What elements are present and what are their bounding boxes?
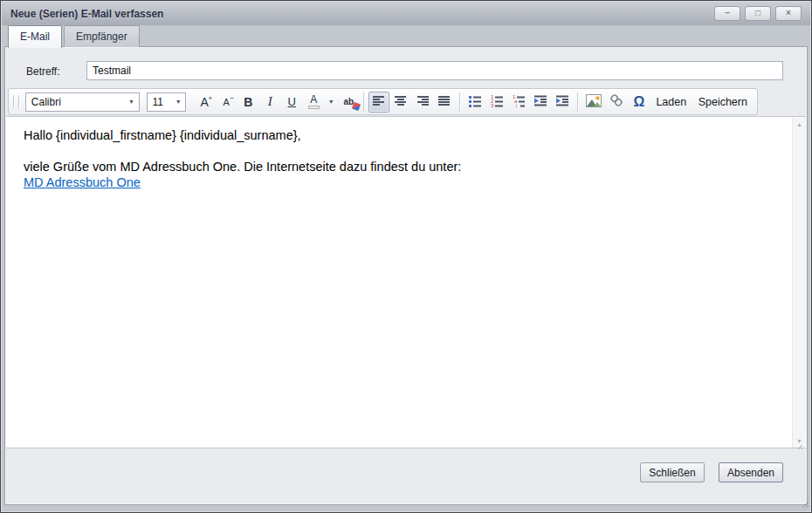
tab-bar: E-Mail Empfänger [8,25,140,47]
svg-text:i: i [516,103,517,107]
align-right-icon [416,93,430,110]
minus-mark: − [231,94,235,102]
bullet-list-icon [468,93,482,110]
grow-font-button[interactable]: A+ [194,92,215,113]
align-left-button[interactable] [368,92,389,113]
tab-empfaenger[interactable]: Empfänger [64,25,140,47]
window-resize-grip[interactable] [801,496,809,511]
formatting-toolbar: Calibri ▼ 11 ▼ A+ A− B I U A ▼ [8,88,758,115]
editor-scrollbar[interactable]: ▲ ▼ [792,117,806,448]
maximize-icon: □ [755,9,760,17]
bold-icon: B [244,95,252,109]
shrink-font-icon: A [224,97,230,107]
bold-button[interactable]: B [237,92,258,113]
align-right-button[interactable] [412,92,433,113]
toolbar-separator [577,92,578,112]
font-family-select[interactable]: Calibri ▼ [25,92,140,112]
decrease-indent-icon [533,93,547,110]
font-size-value: 11 [153,96,163,108]
highlight-icon: ab [343,97,354,106]
svg-text:3: 3 [491,103,494,107]
footer-bar: Schließen Absenden [6,449,806,503]
body-greeting: Hallo {individual_firstname} {individual… [24,127,788,143]
close-window-button[interactable]: × [775,6,802,21]
font-color-dropdown-button[interactable]: ▼ [325,92,337,113]
font-family-value: Calibri [31,96,61,108]
titlebar[interactable]: Neue (Serien) E-Mail verfassen – □ × [2,2,810,25]
body-message: viele Grüße vom MD Adressbuch One. Die I… [24,159,788,174]
subject-label: Betreff: [26,65,59,78]
insert-link-button[interactable] [606,92,628,113]
toolbar-grip[interactable] [13,95,19,108]
numbered-list-icon: 123 [490,93,504,110]
align-left-icon [372,93,386,110]
compose-email-window: Neue (Serien) E-Mail verfassen – □ × E-M… [0,0,812,513]
font-color-icon: A [308,94,320,109]
scroll-up-icon[interactable]: ▲ [796,117,802,131]
toolbar-separator [459,92,460,112]
increase-indent-icon [555,93,569,110]
underline-icon: U [288,95,296,108]
insert-image-icon [586,94,602,110]
window-title: Neue (Serien) E-Mail verfassen [10,8,163,20]
numbered-list-button[interactable]: 123 [486,92,507,113]
body-link[interactable]: MD Adressbuch One [24,175,141,189]
chevron-down-icon: ▼ [125,99,139,105]
toolbar-separator [363,92,364,112]
underline-button[interactable]: U [281,92,302,113]
email-body-content: Hallo {individual_firstname} {individual… [6,117,806,201]
body-blank-line [24,143,788,159]
italic-button[interactable]: I [259,92,280,113]
chevron-down-icon: ▼ [328,99,334,105]
italic-icon: I [268,94,272,109]
email-tab-panel: Betreff: Calibri ▼ 11 ▼ A+ A− B I U [4,46,808,505]
save-button[interactable]: Speichern [693,92,753,113]
body-link-line: MD Adressbuch One [24,174,788,190]
font-color-button[interactable]: A [303,92,324,113]
decrease-indent-button[interactable] [530,92,551,113]
chevron-down-icon: ▼ [171,99,185,105]
shrink-font-button[interactable]: A− [216,92,237,113]
plus-mark: + [209,94,213,102]
increase-indent-button[interactable] [552,92,573,113]
multilevel-list-icon: 1ai [512,93,526,110]
bullet-list-button[interactable] [464,92,485,113]
grow-font-icon: A [201,95,209,109]
tab-email[interactable]: E-Mail [8,25,62,48]
align-center-button[interactable] [390,92,411,113]
insert-link-icon [609,92,624,111]
maximize-button[interactable]: □ [745,6,771,21]
minimize-button[interactable]: – [714,6,740,21]
close-button[interactable]: Schließen [640,462,705,482]
send-button[interactable]: Absenden [719,462,783,482]
load-button[interactable]: Laden [650,92,692,113]
align-justify-button[interactable] [434,92,455,113]
minimize-icon: – [725,9,730,17]
special-character-button[interactable]: Ω [629,92,650,113]
insert-image-button[interactable] [582,92,604,113]
align-justify-icon [437,93,451,110]
multilevel-list-button[interactable]: 1ai [508,92,529,113]
close-icon: × [786,9,791,17]
align-center-icon [394,93,408,110]
email-body-editor[interactable]: Hallo {individual_firstname} {individual… [6,116,806,448]
font-size-select[interactable]: 11 ▼ [147,92,187,112]
omega-icon: Ω [634,94,645,110]
highlight-button[interactable]: ab [338,92,359,113]
window-controls: – □ × [714,6,802,21]
subject-input[interactable] [86,61,783,80]
